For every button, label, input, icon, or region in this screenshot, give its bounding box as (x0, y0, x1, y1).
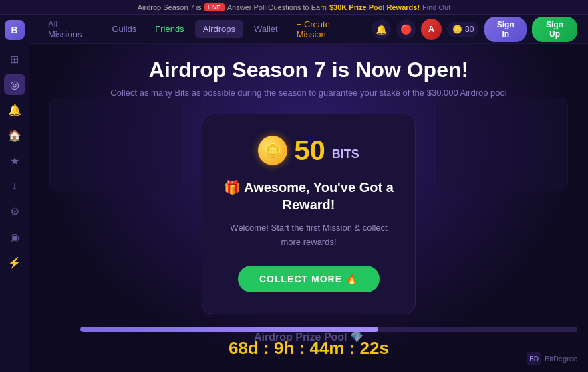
countdown-sep3: : (349, 338, 360, 358)
sidebar-item-star[interactable]: ★ (4, 150, 25, 171)
sidebar-item-home[interactable]: ⊞ (4, 48, 25, 70)
progress-bar-background (80, 327, 577, 332)
countdown-minutes: 44m (309, 338, 344, 358)
page-title: Airdrop Season 7 is Now Open! (149, 58, 468, 82)
watermark-label: BitDegree (545, 355, 577, 363)
nav-wallet[interactable]: Wallet (246, 20, 286, 38)
nav-friends[interactable]: Friends (147, 20, 192, 38)
notification-bell-btn[interactable]: 🔔 (372, 19, 391, 39)
countdown-hours: 9h (274, 338, 294, 358)
main-layout: B ⊞ ◎ 🔔 🏠 ★ ↓ ⚙ ◉ ⚡ All Missions Guilds … (0, 15, 588, 372)
bitdegree-watermark: BD BitDegree (527, 352, 577, 365)
navbar: All Missions Guilds Friends Airdrops Wal… (29, 15, 588, 44)
notification-alert-btn[interactable]: 🔴 (396, 19, 416, 39)
coin-small-icon: 🪙 (452, 25, 462, 34)
bits-number: 50 (294, 136, 325, 165)
nav-create-mission[interactable]: + Create Mission (289, 15, 369, 43)
reward-description: Welcome! Start the first Mission & colle… (221, 221, 396, 250)
countdown-seconds: 22s (360, 338, 389, 358)
reward-emoji: 🎁 (224, 180, 241, 195)
announcement-text: Airdrop Season 7 is (138, 3, 202, 11)
content-area: All Missions Guilds Friends Airdrops Wal… (29, 15, 588, 372)
bits-display: 🪙 50 BITS (258, 136, 359, 165)
countdown-timer: 68d : 9h : 44m : 22s (29, 338, 588, 359)
find-out-link[interactable]: Find Out (422, 3, 450, 11)
page-background: Airdrop Season 7 is Now Open! Collect as… (29, 44, 588, 372)
collect-btn-label: COLLECT MORE (259, 274, 342, 284)
reward-title-text: Awesome, You've Got a Reward! (244, 180, 394, 212)
live-badge: LIVE (204, 3, 225, 11)
countdown-sep1: : (263, 338, 274, 358)
user-avatar[interactable]: A (421, 19, 442, 40)
coin-icon: 🪙 (258, 136, 287, 165)
countdown-sep2: : (299, 338, 310, 358)
page-subtitle: Collect as many Bits as possible during … (110, 88, 506, 98)
sidebar-item-plug[interactable]: ⚡ (4, 252, 25, 273)
bg-card-left (49, 98, 183, 191)
reward-modal: 🪙 50 BITS 🎁 Awesome, You've Got a Reward… (202, 114, 416, 314)
nav-guilds[interactable]: Guilds (104, 20, 144, 38)
sidebar-logo[interactable]: B (5, 20, 25, 40)
progress-bar-fill (80, 327, 378, 332)
sidebar-item-arrow[interactable]: ↓ (4, 175, 25, 197)
bits-score: 🪙 80 (447, 22, 479, 37)
sidebar-item-circle[interactable]: ◎ (4, 74, 25, 95)
progress-area (69, 327, 588, 332)
prize-highlight: $30K Prize Pool Rewards! (329, 3, 420, 11)
watermark-logo: BD (527, 352, 541, 365)
sidebar: B ⊞ ◎ 🔔 🏠 ★ ↓ ⚙ ◉ ⚡ (0, 15, 29, 372)
bg-card-right (434, 98, 568, 191)
sidebar-item-gear[interactable]: ⚙ (4, 201, 25, 222)
bits-unit: BITS (332, 147, 359, 161)
sidebar-item-avatar[interactable]: ◉ (4, 226, 25, 248)
nav-all-missions[interactable]: All Missions (40, 15, 101, 43)
collect-more-button[interactable]: COLLECT MORE 🔥 (238, 266, 380, 292)
bits-value: 80 (465, 25, 474, 34)
sidebar-item-user[interactable]: 🏠 (4, 124, 25, 146)
sign-in-button[interactable]: Sign In (484, 17, 527, 42)
fire-emoji: 🔥 (346, 274, 358, 284)
announcement-bar: Airdrop Season 7 is LIVE Answer Poll Que… (0, 0, 588, 15)
announcement-middle: Answer Poll Questions to Earn (227, 3, 327, 11)
navbar-right: 🔔 🔴 A 🪙 80 Sign In Sign Up (372, 17, 577, 42)
nav-airdrops[interactable]: Airdrops (195, 20, 243, 38)
sign-up-button[interactable]: Sign Up (532, 17, 577, 42)
reward-title: 🎁 Awesome, You've Got a Reward! (221, 179, 396, 213)
sidebar-item-bell[interactable]: 🔔 (4, 99, 25, 120)
countdown-days: 68d (229, 338, 259, 358)
